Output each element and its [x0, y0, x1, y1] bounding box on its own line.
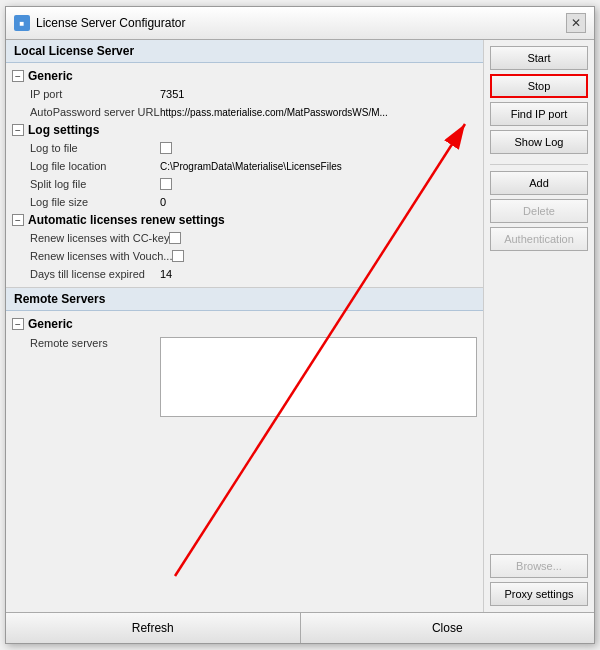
log-to-file-label: Log to file	[30, 142, 160, 154]
log-settings-header[interactable]: − Log settings	[6, 121, 483, 139]
table-row: Remote servers	[26, 333, 483, 418]
autopassword-label: AutoPassword server URL	[30, 106, 160, 118]
days-expired-label: Days till license expired	[30, 268, 160, 280]
auto-licenses-header[interactable]: − Automatic licenses renew settings	[6, 211, 483, 229]
right-panel: Start Stop Find IP port Show Log Add Del…	[484, 40, 594, 612]
add-button[interactable]: Add	[490, 171, 588, 195]
log-to-file-checkbox[interactable]	[160, 142, 172, 154]
remote-servers-listbox[interactable]	[160, 337, 477, 417]
local-server-header: Local License Server	[6, 40, 483, 63]
local-server-section: Local License Server − Generic	[6, 40, 483, 288]
generic-group: − Generic IP port 7351 AutoPass	[6, 67, 483, 121]
authentication-button[interactable]: Authentication	[490, 227, 588, 251]
log-file-size-value: 0	[160, 196, 166, 208]
footer: Refresh Close	[6, 612, 594, 643]
log-settings-label: Log settings	[28, 123, 99, 137]
split-log-checkbox[interactable]	[160, 178, 172, 190]
remote-generic-expand-icon[interactable]: −	[12, 318, 24, 330]
log-file-size-label: Log file size	[30, 196, 160, 208]
table-row: Log file size 0	[26, 193, 483, 211]
proxy-settings-button[interactable]: Proxy settings	[490, 582, 588, 606]
main-window: ■ License Server Configurator ✕ Local Li…	[5, 6, 595, 644]
left-panel: Local License Server − Generic	[6, 40, 484, 612]
table-row: Days till license expired 14	[26, 265, 483, 283]
remote-generic-rows: Remote servers	[6, 333, 483, 418]
remote-server-header: Remote Servers	[6, 288, 483, 311]
show-log-button[interactable]: Show Log	[490, 130, 588, 154]
remote-tree: − Generic Remote servers	[6, 311, 483, 422]
table-row: Log file location C:\ProgramData\Materia…	[26, 157, 483, 175]
ip-port-value: 7351	[160, 88, 184, 100]
table-row: Renew licenses with Vouch...	[26, 247, 483, 265]
table-row: AutoPassword server URL https://pass.mat…	[26, 103, 483, 121]
remote-generic-label: Generic	[28, 317, 73, 331]
main-content: Local License Server − Generic	[6, 40, 594, 612]
log-file-location-value: C:\ProgramData\Materialise\LicenseFiles	[160, 161, 342, 172]
stop-button[interactable]: Stop	[490, 74, 588, 98]
log-settings-group: − Log settings Log to file Log	[6, 121, 483, 211]
log-file-location-label: Log file location	[30, 160, 160, 172]
table-row: IP port 7351	[26, 85, 483, 103]
refresh-button[interactable]: Refresh	[6, 613, 301, 643]
generic-expand-icon[interactable]: −	[12, 70, 24, 82]
remote-generic-group: − Generic Remote servers	[6, 315, 483, 418]
browse-button[interactable]: Browse...	[490, 554, 588, 578]
split-log-label: Split log file	[30, 178, 160, 190]
ip-port-label: IP port	[30, 88, 160, 100]
auto-licenses-label: Automatic licenses renew settings	[28, 213, 225, 227]
find-ip-port-button[interactable]: Find IP port	[490, 102, 588, 126]
title-bar: ■ License Server Configurator ✕	[6, 7, 594, 40]
table-row: Split log file	[26, 175, 483, 193]
renew-cc-label: Renew licenses with CC-key	[30, 232, 169, 244]
generic-group-label: Generic	[28, 69, 73, 83]
delete-button[interactable]: Delete	[490, 199, 588, 223]
log-settings-rows: Log to file Log file location C:\Program…	[6, 139, 483, 211]
local-scroll-area[interactable]: − Generic IP port 7351 AutoPass	[6, 63, 483, 287]
window-title: License Server Configurator	[36, 16, 185, 30]
table-row: Log to file	[26, 139, 483, 157]
days-expired-value: 14	[160, 268, 172, 280]
autopassword-value: https://pass.materialise.com/MatPassword…	[160, 107, 388, 118]
renew-vouch-checkbox[interactable]	[172, 250, 184, 262]
table-row: Renew licenses with CC-key	[26, 229, 483, 247]
renew-vouch-label: Renew licenses with Vouch...	[30, 250, 172, 262]
renew-cc-checkbox[interactable]	[169, 232, 181, 244]
remote-servers-label: Remote servers	[30, 337, 160, 349]
generic-group-header[interactable]: − Generic	[6, 67, 483, 85]
remote-generic-header[interactable]: − Generic	[6, 315, 483, 333]
auto-licenses-group: − Automatic licenses renew settings Rene…	[6, 211, 483, 283]
auto-licenses-expand-icon[interactable]: −	[12, 214, 24, 226]
close-button[interactable]: ✕	[566, 13, 586, 33]
start-button[interactable]: Start	[490, 46, 588, 70]
auto-licenses-rows: Renew licenses with CC-key Renew license…	[6, 229, 483, 283]
remote-server-section: Remote Servers − Generic Remote servers	[6, 288, 483, 612]
generic-rows: IP port 7351 AutoPassword server URL htt…	[6, 85, 483, 121]
log-settings-expand-icon[interactable]: −	[12, 124, 24, 136]
local-tree: − Generic IP port 7351 AutoPass	[6, 63, 483, 287]
close-footer-button[interactable]: Close	[301, 613, 595, 643]
app-icon: ■	[14, 15, 30, 31]
